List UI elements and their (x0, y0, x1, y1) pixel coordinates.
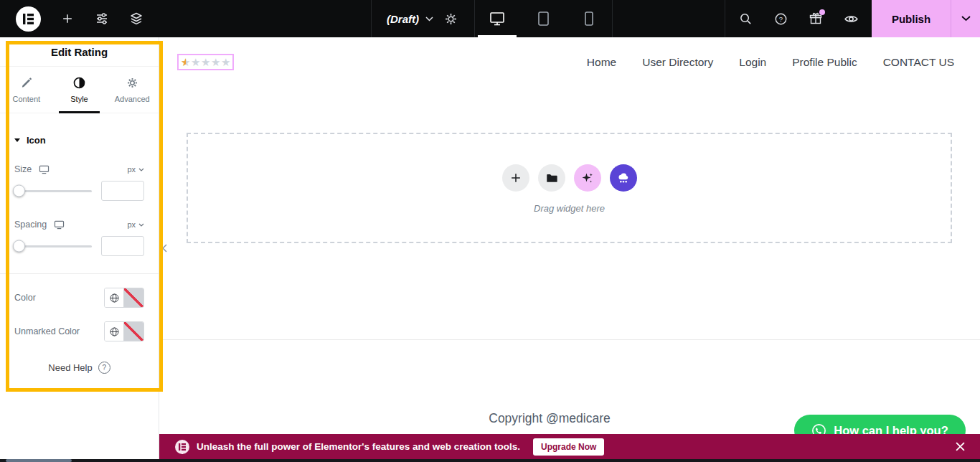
folder-icon (545, 171, 558, 184)
add-element-icon[interactable] (60, 11, 75, 27)
need-help-label: Need Help (48, 362, 92, 373)
mobile-icon (584, 11, 594, 27)
chevron-down-icon (138, 168, 144, 171)
star-icon (201, 56, 210, 68)
half-circle-icon (73, 77, 85, 89)
close-icon[interactable] (954, 441, 966, 453)
help-icon[interactable]: ? (773, 11, 788, 27)
footer-divider (159, 339, 980, 340)
section-icon-header[interactable]: Icon (14, 135, 159, 146)
responsive-desktop-icon[interactable] (39, 165, 50, 174)
spacing-control: Spacing px (14, 220, 144, 256)
help-circle-icon (98, 362, 110, 374)
publish-button-group: Publish (872, 0, 980, 37)
responsive-desktop-icon[interactable] (54, 220, 65, 230)
color-picker-swatch[interactable] (124, 288, 143, 307)
star-icon (191, 56, 200, 68)
cloud-apps-icon (616, 171, 631, 185)
panel-tabs: Content Style (0, 67, 159, 113)
pencil-icon (20, 77, 32, 89)
color-control: Color (14, 288, 144, 308)
add-template-button[interactable] (538, 164, 565, 192)
nav-link-login[interactable]: Login (739, 56, 766, 69)
spacing-input[interactable] (101, 236, 144, 256)
unit-label: px (127, 220, 136, 229)
site-settings-icon[interactable] (94, 11, 110, 27)
upgrade-now-button[interactable]: Upgrade Now (533, 438, 604, 456)
size-unit-select[interactable]: px (127, 165, 144, 174)
plus-icon (509, 171, 522, 184)
size-input[interactable] (101, 181, 144, 201)
nav-link-user-directory[interactable]: User Directory (642, 56, 713, 69)
nav-link-contact-us[interactable]: CONTACT US (883, 56, 954, 69)
widget-dropzone[interactable]: Drag widget here (187, 133, 952, 243)
caret-down-icon (14, 138, 20, 142)
color-picker-swatch[interactable] (124, 322, 143, 341)
global-color-icon[interactable] (105, 288, 124, 307)
finder-search-icon[interactable] (738, 11, 753, 27)
panel-collapse-handle[interactable] (160, 241, 169, 255)
device-mobile-tab[interactable] (566, 0, 612, 37)
publish-button[interactable]: Publish (872, 0, 951, 37)
site-navigation: Home User Directory Login Profile Public… (587, 56, 954, 69)
publish-options-button[interactable] (951, 0, 980, 37)
spacing-label: Spacing (14, 220, 47, 230)
template-library-button[interactable] (610, 164, 637, 192)
elementor-editor: (Draft) (0, 0, 980, 462)
gear-icon (126, 77, 138, 89)
size-slider[interactable] (14, 190, 92, 192)
chevron-down-icon (138, 223, 144, 227)
topbar-divider (612, 0, 613, 37)
scrollbar-thumb[interactable] (6, 459, 72, 462)
nav-link-home[interactable]: Home (587, 56, 616, 69)
size-control: Size px (14, 164, 144, 201)
color-label: Color (14, 293, 36, 303)
elementor-badge-icon (175, 440, 189, 454)
document-status: (Draft) (387, 13, 419, 25)
top-bar: (Draft) (0, 0, 980, 37)
tab-label: Advanced (115, 95, 150, 103)
tab-content[interactable]: Content (0, 67, 53, 113)
add-section-button[interactable] (502, 164, 529, 192)
tab-advanced[interactable]: Advanced (105, 67, 159, 113)
unit-label: px (127, 165, 136, 174)
spacing-slider[interactable] (14, 245, 92, 248)
size-label: Size (14, 164, 32, 174)
preview-eye-icon[interactable] (843, 11, 859, 27)
unmarked-color-control: Unmarked Color (14, 321, 144, 341)
section-title: Icon (27, 135, 46, 146)
horizontal-scrollbar[interactable] (0, 459, 980, 462)
whats-new-gift-icon[interactable] (808, 11, 824, 27)
panel-title: Edit Rating (0, 37, 159, 67)
star-rating-widget[interactable] (177, 54, 234, 70)
ai-builder-button[interactable] (574, 164, 601, 192)
dropzone-hint: Drag widget here (188, 203, 951, 214)
structure-icon[interactable] (128, 11, 144, 27)
device-desktop-tab[interactable] (474, 0, 520, 37)
global-color-icon[interactable] (105, 322, 124, 341)
chevron-down-icon (961, 16, 971, 22)
star-icon (221, 56, 230, 68)
chevron-left-icon (162, 244, 167, 253)
spacing-unit-select[interactable]: px (127, 220, 144, 229)
tablet-icon (537, 11, 550, 27)
device-tablet-tab[interactable] (520, 0, 566, 37)
tab-label: Content (13, 95, 41, 103)
size-slider-handle[interactable] (13, 185, 25, 197)
upgrade-message: Unleash the full power of Elementor's fe… (197, 441, 520, 452)
sparkles-icon (580, 171, 594, 185)
widget-settings-panel: Edit Rating Content Style (0, 37, 159, 459)
editor-canvas: Home User Directory Login Profile Public… (159, 37, 980, 459)
elementor-logo[interactable] (16, 6, 41, 32)
need-help-link[interactable]: Need Help (0, 362, 159, 374)
chevron-down-icon (425, 16, 433, 22)
svg-text:?: ? (778, 15, 782, 23)
desktop-icon (489, 11, 506, 27)
spacing-slider-handle[interactable] (13, 240, 25, 253)
document-settings-icon[interactable] (443, 11, 458, 27)
notification-dot (819, 9, 825, 15)
upgrade-banner: Unleash the full power of Elementor's fe… (159, 434, 980, 459)
nav-link-profile-public[interactable]: Profile Public (792, 56, 857, 69)
tab-style[interactable]: Style (53, 67, 106, 113)
document-status-dropdown[interactable]: (Draft) (387, 13, 433, 25)
